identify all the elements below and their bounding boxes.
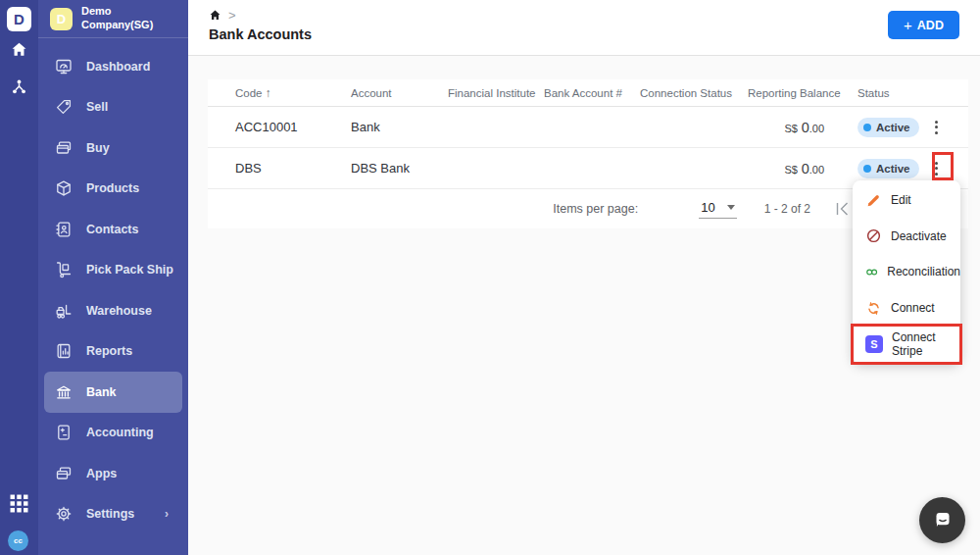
sort-ascending-icon: ↑ <box>266 86 271 100</box>
sidebar-item-products[interactable]: Products <box>44 169 182 210</box>
apps-grid-icon[interactable] <box>10 494 28 513</box>
page-title: Bank Accounts <box>209 26 980 42</box>
pagination-range: 1 - 2 of 2 <box>764 202 810 216</box>
sidebar-item-accounting[interactable]: Accounting <box>44 413 182 454</box>
row-actions-menu: Edit Deactivate Reconciliation Connect S… <box>853 180 960 364</box>
accounting-icon <box>55 424 73 441</box>
stripe-icon: S <box>865 335 883 353</box>
cell-code: ACC10001 <box>235 120 351 134</box>
home-icon[interactable] <box>10 40 28 59</box>
contacts-icon <box>55 221 73 238</box>
sidebar-item-apps[interactable]: Apps <box>44 453 182 494</box>
company-name: Demo Company(SG) <box>81 5 153 32</box>
sidebar-item-bank[interactable]: Bank <box>44 372 182 413</box>
status-badge: Active <box>858 159 919 178</box>
cell-status: Active <box>858 118 926 137</box>
products-icon <box>55 179 73 197</box>
buy-icon <box>55 139 73 157</box>
cell-code: DBS <box>235 161 351 176</box>
sidebar: D Demo Company(SG) Dashboard Sell <box>38 0 188 555</box>
sidebar-item-warehouse[interactable]: Warehouse <box>44 290 182 331</box>
topbar: > Bank Accounts + ADD <box>188 0 980 56</box>
chevron-down-icon <box>727 205 735 210</box>
column-header-account[interactable]: Account <box>351 87 448 99</box>
column-header-financial-institute[interactable]: Financial Institute <box>448 87 544 99</box>
column-header-connection-status[interactable]: Connection Status <box>640 87 748 99</box>
column-header-code[interactable]: Code ↑ <box>235 86 351 100</box>
refresh-icon <box>865 300 882 317</box>
sidebar-item-sell[interactable]: Sell <box>44 87 182 128</box>
add-button[interactable]: + ADD <box>888 11 959 39</box>
bank-icon <box>55 383 73 401</box>
deactivate-icon <box>865 227 882 244</box>
menu-item-edit[interactable]: Edit <box>853 182 960 219</box>
column-header-reporting-balance[interactable]: Reporting Balance <box>748 87 858 99</box>
icon-rail: D cc <box>0 0 38 555</box>
plus-icon: + <box>904 17 912 33</box>
sidebar-item-dashboard[interactable]: Dashboard <box>44 46 182 87</box>
first-page-icon[interactable] <box>836 202 849 216</box>
dashboard-icon <box>55 58 73 76</box>
menu-item-deactivate[interactable]: Deactivate <box>853 219 960 255</box>
active-dot-icon <box>863 165 871 173</box>
chat-launcher-button[interactable] <box>919 497 965 543</box>
active-dot-icon <box>863 124 871 131</box>
breadcrumb-separator: > <box>228 8 236 23</box>
warehouse-icon <box>55 302 73 320</box>
pick-pack-ship-icon <box>55 261 73 278</box>
row-actions-kebab-icon[interactable] <box>926 156 946 181</box>
sidebar-item-reports[interactable]: Reports <box>44 331 182 373</box>
status-badge: Active <box>858 118 919 137</box>
pencil-icon <box>865 192 882 209</box>
menu-item-connect-stripe[interactable]: S Connect Stripe <box>853 326 960 362</box>
sidebar-item-buy[interactable]: Buy <box>44 127 182 169</box>
items-per-page-select[interactable]: 10 <box>699 200 736 219</box>
breadcrumb-home-icon[interactable] <box>209 9 221 22</box>
network-icon[interactable] <box>10 77 28 96</box>
company-badge: D <box>50 8 73 30</box>
reconciliation-icon <box>865 264 878 280</box>
apps-icon <box>55 465 73 482</box>
cell-account: DBS Bank <box>351 161 448 176</box>
sell-icon <box>55 98 73 116</box>
cell-reporting-balance: S$ 0.00 <box>748 120 858 135</box>
chat-bubble-icon <box>930 508 956 533</box>
cell-reporting-balance: S$ 0.00 <box>748 161 858 177</box>
column-header-bank-account[interactable]: Bank Account # <box>544 87 640 99</box>
company-selector[interactable]: D Demo Company(SG) <box>38 0 188 38</box>
menu-item-reconciliation[interactable]: Reconciliation <box>853 254 960 290</box>
app-window: D cc D Demo Company(SG) <box>0 0 980 555</box>
reports-icon <box>55 342 73 360</box>
sidebar-item-pick-pack-ship[interactable]: Pick Pack Ship <box>44 250 182 291</box>
sidebar-item-contacts[interactable]: Contacts <box>44 209 182 250</box>
cell-account: Bank <box>351 120 448 134</box>
items-per-page-label: Items per page: <box>553 202 638 216</box>
chevron-right-icon: › <box>165 507 182 521</box>
menu-item-connect[interactable]: Connect <box>853 290 960 327</box>
column-header-status[interactable]: Status <box>858 87 926 99</box>
sidebar-item-settings[interactable]: Settings › <box>44 494 182 535</box>
settings-icon <box>55 505 73 523</box>
table-header-row: Code ↑ Account Financial Institute Bank … <box>208 79 968 107</box>
row-actions-kebab-icon[interactable] <box>926 115 946 140</box>
cell-status: Active <box>858 159 926 178</box>
table-row: ACC10001 Bank S$ 0.00 Active <box>208 107 968 148</box>
user-avatar[interactable]: cc <box>8 530 28 551</box>
sidebar-nav: Dashboard Sell Buy Products <box>38 38 188 534</box>
app-logo[interactable]: D <box>7 7 31 31</box>
breadcrumb: > <box>209 8 980 23</box>
